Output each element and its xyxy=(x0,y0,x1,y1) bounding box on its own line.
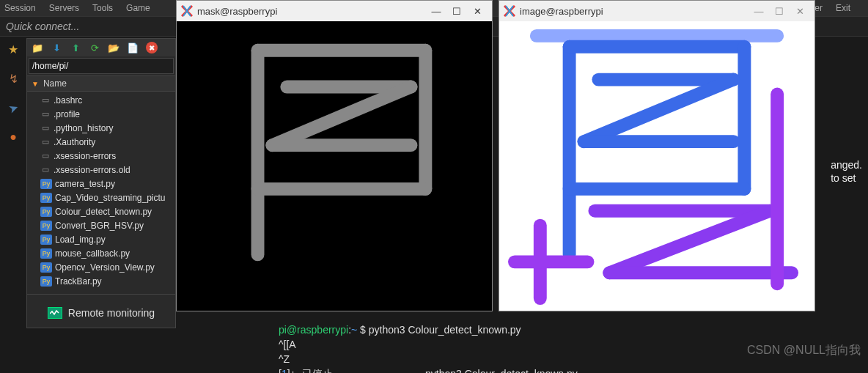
file-name: Convert_BGR_HSV.py xyxy=(55,221,144,231)
menu-tools[interactable]: Tools xyxy=(92,3,113,13)
python-file-icon: Py xyxy=(40,262,52,273)
file-name: Cap_Video_streaming_pictu xyxy=(55,193,166,203)
download-icon[interactable]: ⬇ xyxy=(51,42,62,53)
maximize-button[interactable]: ☐ xyxy=(769,4,790,18)
sort-arrow-icon: ▼ xyxy=(32,80,39,88)
file-row[interactable]: PyTrackBar.py xyxy=(27,274,175,288)
file-name: Opencv_Version_View.py xyxy=(55,262,155,273)
file-row[interactable]: Pycamera_test.py xyxy=(27,177,175,191)
file-toolbar: 📁 ⬇ ⬆ ⟳ 📂 📄 ✖ xyxy=(27,39,175,56)
file-row[interactable]: ▭.Xauthority xyxy=(27,135,175,149)
remote-monitoring-label: Remote monitoring xyxy=(68,307,155,319)
watermark: CSDN @NULL指向我 xyxy=(747,343,861,358)
python-file-icon: Py xyxy=(40,234,52,245)
remote-monitoring-button[interactable]: Remote monitoring xyxy=(27,298,175,328)
file-row[interactable]: PyLoad_img.py xyxy=(27,232,175,246)
file-name: Colour_detect_known.py xyxy=(55,207,152,217)
rocket-icon[interactable]: ↯ xyxy=(5,70,21,86)
xorg-icon xyxy=(504,5,515,17)
python-file-icon: Py xyxy=(40,221,52,231)
window-mask: mask@raspberrypi — ☐ ✕ xyxy=(176,0,493,311)
file-row[interactable]: PyConvert_BGR_HSV.py xyxy=(27,218,175,232)
file-row[interactable]: ▭.xsession-errors.old xyxy=(27,163,175,177)
monitor-icon xyxy=(48,307,62,319)
titlebar-mask[interactable]: mask@raspberrypi — ☐ ✕ xyxy=(177,1,492,21)
close-button[interactable]: ✕ xyxy=(790,4,810,18)
svg-line-5 xyxy=(272,87,411,146)
titlebar-image[interactable]: image@raspberrypi — ☐ ✕ xyxy=(499,1,814,21)
xorg-icon xyxy=(181,5,193,17)
minimize-button[interactable]: — xyxy=(426,4,446,18)
terminal-partial-text: anged. to set xyxy=(831,158,862,185)
python-file-icon: Py xyxy=(40,179,52,189)
image-canvas xyxy=(499,21,814,311)
svg-line-16 xyxy=(609,211,770,273)
svg-line-13 xyxy=(584,80,734,142)
menu-session[interactable]: Session xyxy=(4,3,36,13)
menu-exit[interactable]: Exit xyxy=(836,3,850,13)
menu-servers[interactable]: Servers xyxy=(49,3,79,13)
file-row[interactable]: ▭.python_history xyxy=(27,121,175,135)
window-title-mask: mask@raspberrypi xyxy=(197,6,277,17)
file-name: .python_history xyxy=(54,123,113,133)
path-input[interactable]: /home/pi/ xyxy=(29,58,174,74)
column-header-label: Name xyxy=(43,78,67,89)
file-panel: 📁 ⬇ ⬆ ⟳ 📂 📄 ✖ /home/pi/ ▼ Name ▭.bashrc▭… xyxy=(26,38,176,328)
file-row[interactable]: PyColour_detect_known.py xyxy=(27,204,175,218)
star-icon[interactable]: ★ xyxy=(5,41,21,57)
file-name: .bashrc xyxy=(54,95,82,106)
file-icon: ▭ xyxy=(40,137,51,147)
file-name: mouse_callback.py xyxy=(55,248,130,259)
file-list: ▭.bashrc▭.profile▭.python_history▭.Xauth… xyxy=(27,92,175,289)
file-row[interactable]: ▭.profile xyxy=(27,107,175,121)
newfile-icon[interactable]: 📄 xyxy=(127,42,139,53)
newfolder-icon[interactable]: 📂 xyxy=(108,42,119,53)
menu-games[interactable]: Game xyxy=(126,3,150,13)
window-title-image: image@raspberrypi xyxy=(520,6,603,17)
file-icon: ▭ xyxy=(40,151,51,161)
file-icon: ▭ xyxy=(40,123,51,133)
file-name: TrackBar.py xyxy=(55,276,102,287)
file-row[interactable]: PyOpencv_Version_View.py xyxy=(27,260,175,274)
file-row[interactable]: ▭.xsession-errors xyxy=(27,149,175,163)
file-name: camera_test.py xyxy=(55,179,115,189)
column-header-name[interactable]: ▼ Name xyxy=(27,75,175,92)
file-name: .Xauthority xyxy=(54,137,95,147)
file-icon: ▭ xyxy=(40,165,51,175)
window-image: image@raspberrypi — ☐ ✕ xyxy=(499,0,815,311)
file-name: .profile xyxy=(54,109,80,119)
file-row[interactable]: Pymouse_callback.py xyxy=(27,246,175,260)
delete-icon[interactable]: ✖ xyxy=(146,42,158,53)
folder-icon[interactable]: 📁 xyxy=(32,42,43,53)
minimize-button[interactable]: — xyxy=(749,4,769,18)
terminal-output[interactable]: pi@raspberrypi:~ $ python3 Colour_detect… xyxy=(279,308,868,373)
refresh-icon[interactable]: ⟳ xyxy=(89,42,100,53)
python-file-icon: Py xyxy=(40,193,52,203)
close-button[interactable]: ✕ xyxy=(467,4,488,18)
file-icon: ▭ xyxy=(40,109,51,119)
python-file-icon: Py xyxy=(40,276,52,287)
python-file-icon: Py xyxy=(40,207,52,217)
python-file-icon: Py xyxy=(40,248,52,259)
file-icon: ▭ xyxy=(40,95,51,106)
file-name: .xsession-errors xyxy=(54,151,116,161)
file-row[interactable]: PyCap_Video_streaming_pictu xyxy=(27,191,175,204)
globe-icon[interactable]: ● xyxy=(5,129,21,145)
send-icon[interactable]: ➤ xyxy=(3,97,23,118)
file-row[interactable]: ▭.bashrc xyxy=(27,93,175,107)
mask-canvas xyxy=(177,21,492,311)
upload-icon[interactable]: ⬆ xyxy=(70,42,81,53)
left-sidebar: ★ ↯ ➤ ● xyxy=(0,37,26,145)
file-name: Load_img.py xyxy=(55,234,106,245)
maximize-button[interactable]: ☐ xyxy=(446,4,467,18)
file-name: .xsession-errors.old xyxy=(54,165,130,175)
